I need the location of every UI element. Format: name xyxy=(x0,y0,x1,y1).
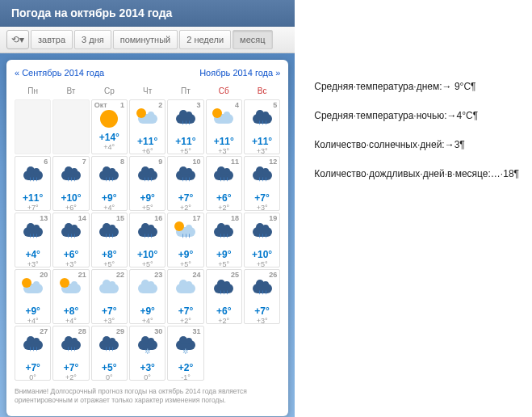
day-cell[interactable]: 31✲+2°-1° xyxy=(167,326,203,381)
period-tab-1[interactable]: 3 дня xyxy=(74,30,111,49)
day-cell[interactable]: 20+9°+4° xyxy=(15,269,51,324)
history-dropdown[interactable]: ⟲▾ xyxy=(6,30,29,49)
day-number: 12 xyxy=(269,158,277,166)
rain-icon: ╵╵╵ xyxy=(245,114,279,137)
temp-lo: 0° xyxy=(92,373,127,382)
day-cell[interactable]: 3╵╵╵+11°+5° xyxy=(167,99,203,154)
temp-lo: 0° xyxy=(130,373,165,382)
day-cell[interactable]: 14╵╵╵+6°+3° xyxy=(52,213,89,267)
day-cell[interactable]: 13╵╵╵+4°+3° xyxy=(15,213,51,267)
temp-hi: +7° xyxy=(168,193,203,203)
day-number: 15 xyxy=(116,214,124,222)
rain-icon: ╵╵╵ xyxy=(245,227,279,250)
stat-line: Количество·дождливых·дней·в·месяце:…·18¶ xyxy=(314,168,519,179)
day-cell[interactable]: 1Окт+14°+4° xyxy=(91,99,128,154)
day-number: 2 xyxy=(158,101,162,109)
temp-hi: +9° xyxy=(130,193,165,203)
day-cell[interactable]: 5╵╵╵+11°+3° xyxy=(244,99,280,154)
rain-icon: ╵╵╵ xyxy=(130,171,165,193)
period-tab-2[interactable]: поминутный xyxy=(113,30,178,49)
day-cell[interactable]: 18╵╵╵+9°+5° xyxy=(206,213,242,267)
rain-icon: ╵╵╵ xyxy=(207,171,241,193)
empty-cell xyxy=(15,99,51,154)
day-cell[interactable]: 15╵╵╵+8°+5° xyxy=(91,213,128,267)
day-cell[interactable]: 30✲+3°0° xyxy=(129,326,165,381)
temp-lo: +5° xyxy=(168,147,203,156)
next-month-link[interactable]: Ноябрь 2014 года » xyxy=(199,68,280,78)
day-cell[interactable]: 19╵╵╵+10°+5° xyxy=(244,213,280,267)
rain-icon: ╵╵╵ xyxy=(92,340,127,363)
day-number: 23 xyxy=(154,271,162,279)
day-cell[interactable]: 23+9°+4° xyxy=(129,269,165,324)
temp-hi: +3° xyxy=(130,363,165,373)
temp-lo: +6° xyxy=(53,204,88,213)
pc-icon xyxy=(207,114,241,137)
temp-lo: +4° xyxy=(130,317,165,326)
day-cell[interactable]: 7╵╵╵+10°+6° xyxy=(52,156,89,211)
temp-hi: +7° xyxy=(168,306,203,316)
day-cell[interactable]: 16╵╵╵+10°+5° xyxy=(129,213,165,267)
day-cell[interactable]: 25╵╵╵+6°+2° xyxy=(206,269,242,324)
temp-hi: +10° xyxy=(53,193,88,203)
rain-icon: ╵╵╵ xyxy=(207,227,241,250)
day-number: 7 xyxy=(82,158,86,166)
temp-hi: +7° xyxy=(53,363,88,373)
rain-icon: ╵╵╵ xyxy=(207,284,241,306)
day-number: 22 xyxy=(116,271,124,279)
month-nav: « Сентябрь 2014 года Ноябрь 2014 года » xyxy=(15,68,280,78)
calendar-grid: 1Окт+14°+4°2+11°+6°3╵╵╵+11°+5°4+11°+3°5╵… xyxy=(15,99,280,381)
day-cell[interactable]: 24+7°+2° xyxy=(167,269,203,324)
day-cell[interactable]: 21+8°+4° xyxy=(52,269,89,324)
day-cell[interactable]: 29╵╵╵+5°0° xyxy=(91,326,128,381)
period-tabs: ⟲▾ завтра3 дняпоминутный2 неделимесяц xyxy=(0,27,295,53)
day-cell[interactable]: 22+7°+3° xyxy=(91,269,128,324)
day-cell[interactable]: 17╵╵╵+9°+5° xyxy=(167,213,203,267)
day-cell[interactable]: 26╵╵╵+7°+3° xyxy=(244,269,280,324)
rain-icon: ╵╵╵ xyxy=(53,340,88,363)
day-number: 18 xyxy=(231,214,239,222)
temp-hi: +2° xyxy=(168,363,203,373)
day-number: 8 xyxy=(120,158,124,166)
day-cell[interactable]: 10╵╵╵+7°+2° xyxy=(167,156,203,211)
temp-lo: 0° xyxy=(15,373,50,382)
rain-icon: ╵╵╵ xyxy=(245,284,279,306)
temp-hi: +11° xyxy=(245,137,279,146)
day-number: 16 xyxy=(154,214,162,222)
day-number: 30 xyxy=(154,327,162,335)
stats-panel: Средняя·температура·днем:→ 9°С¶Средняя·т… xyxy=(295,0,532,417)
weekday-label: Ср xyxy=(91,84,128,98)
day-cell[interactable]: 12╵╵╵+7°+3° xyxy=(244,156,280,211)
day-cell[interactable]: 9╵╵╵+9°+5° xyxy=(129,156,165,211)
day-cell[interactable]: 11╵╵╵+6°+2° xyxy=(206,156,242,211)
temp-lo: +2° xyxy=(207,204,241,213)
snow-icon: ✲ xyxy=(130,340,165,363)
period-tab-4[interactable]: месяц xyxy=(232,30,272,49)
day-cell[interactable]: 8╵╵╵+9°+4° xyxy=(91,156,128,211)
period-tab-3[interactable]: 2 недели xyxy=(179,30,231,49)
day-cell[interactable]: 2+11°+6° xyxy=(129,99,165,154)
temp-hi: +6° xyxy=(207,306,241,316)
period-tab-0[interactable]: завтра xyxy=(31,30,73,49)
day-number: 11 xyxy=(231,158,239,166)
stat-line: Средняя·температура·днем:→ 9°С¶ xyxy=(314,81,519,92)
rain-icon: ╵╵╵ xyxy=(92,227,127,250)
pc-icon xyxy=(130,114,165,137)
temp-lo: +3° xyxy=(53,260,88,269)
stat-line: Средняя·температура·ночью:→4°С¶ xyxy=(314,110,519,121)
day-number: 27 xyxy=(40,327,48,335)
temp-hi: +10° xyxy=(130,250,165,259)
day-cell[interactable]: 28╵╵╵+7°+2° xyxy=(52,326,89,381)
temp-hi: +11° xyxy=(207,137,241,146)
day-number: 17 xyxy=(193,214,201,222)
temp-hi: +9° xyxy=(92,193,127,203)
prev-month-link[interactable]: « Сентябрь 2014 года xyxy=(15,68,104,78)
temp-lo: +5° xyxy=(130,204,165,213)
day-cell[interactable]: 6╵╵╵+11°+7° xyxy=(15,156,51,211)
temp-lo: +5° xyxy=(207,260,241,269)
temp-lo: +2° xyxy=(207,317,241,326)
day-number: 5 xyxy=(273,101,277,109)
day-cell[interactable]: 4+11°+3° xyxy=(206,99,242,154)
temp-lo: +7° xyxy=(15,204,50,213)
temp-hi: +9° xyxy=(130,306,165,316)
day-cell[interactable]: 27╵╵╵+7°0° xyxy=(15,326,51,381)
